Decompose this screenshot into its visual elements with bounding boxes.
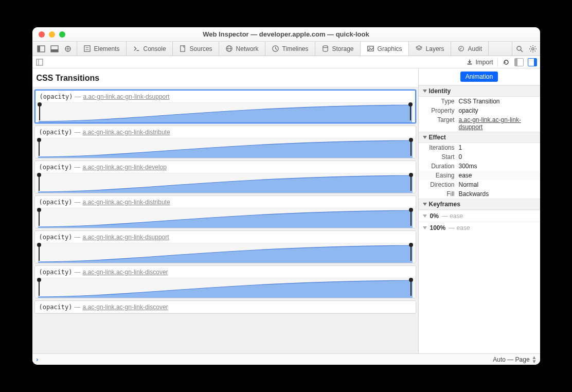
transition-target-link[interactable]: a.ac-gn-link.ac-gn-link-discover	[83, 304, 168, 311]
tab-label: Timelines	[282, 45, 309, 52]
console-footer: › Auto — Page ▲▼	[32, 353, 540, 365]
tab-label: Console	[144, 45, 166, 52]
tab-console[interactable]: Console	[127, 42, 173, 56]
end-marker-icon[interactable]	[410, 210, 412, 226]
card-header: (opacity)—a.ac-gn-link.ac-gn-link-develo…	[35, 161, 416, 173]
network-icon	[225, 45, 233, 52]
end-marker-icon[interactable]	[410, 140, 412, 156]
effect-header[interactable]: Effect	[419, 132, 540, 143]
console-prompt-icon[interactable]: ›	[35, 355, 40, 363]
svg-line-29	[534, 50, 535, 51]
identity-header[interactable]: Identity	[419, 85, 540, 97]
import-button[interactable]: Import	[466, 59, 493, 66]
inspector-window: Web Inspector — developer.apple.com — qu…	[32, 27, 540, 365]
close-icon[interactable]	[39, 31, 45, 38]
transition-card[interactable]: (opacity)—a.ac-gn-link.ac-gn-link-discov…	[34, 265, 416, 298]
start-key: Start	[419, 153, 459, 161]
target-value[interactable]: a.ac-gn-link.ac-gn-link-dsupport	[459, 116, 540, 131]
transition-card[interactable]: (opacity)—a.ac-gn-link.ac-gn-link-dsuppo…	[34, 230, 416, 263]
graphics-subbar: Import	[32, 56, 540, 68]
import-label: Import	[475, 59, 493, 66]
animation-pill[interactable]: Animation	[460, 72, 498, 82]
start-marker-icon[interactable]	[39, 104, 40, 120]
card-header: (opacity)—a.ac-gn-link.ac-gn-link-dsuppo…	[35, 91, 415, 103]
reload-icon[interactable]	[502, 58, 510, 66]
dock-popout-icon[interactable]	[64, 45, 72, 53]
sidebar-tabs: Animation	[419, 68, 540, 85]
transition-target-link[interactable]: a.ac-gn-link.ac-gn-link-distribute	[83, 199, 170, 206]
transition-card[interactable]: (opacity)—a.ac-gn-link.ac-gn-link-distri…	[34, 126, 416, 158]
transition-property: (opacity)	[39, 129, 73, 136]
end-marker-icon[interactable]	[410, 175, 412, 191]
tab-label: Layers	[426, 45, 444, 52]
start-marker-icon[interactable]	[39, 245, 40, 261]
keyframe-row[interactable]: 100%— ease	[419, 222, 540, 234]
dock-bottom-icon[interactable]	[50, 45, 59, 53]
tab-elements[interactable]: Elements	[77, 42, 127, 56]
disclosure-icon	[423, 226, 427, 229]
svg-rect-7	[84, 46, 90, 51]
easing-value[interactable]: ease	[459, 172, 540, 179]
svg-rect-34	[468, 63, 472, 64]
tab-label: Audit	[468, 45, 482, 52]
details-panel-left-icon[interactable]	[514, 58, 524, 66]
keyframe-percent: 0%	[430, 212, 439, 220]
keyframes-header[interactable]: Keyframes	[419, 199, 540, 210]
card-header: (opacity)—a.ac-gn-link.ac-gn-link-discov…	[35, 266, 416, 278]
transition-property: (opacity)	[39, 269, 73, 276]
tab-audit[interactable]: Audit	[451, 42, 489, 56]
end-marker-icon[interactable]	[410, 280, 412, 296]
transition-property: (opacity)	[39, 234, 73, 241]
iterations-value: 1	[459, 144, 540, 151]
keyframe-percent: 100%	[430, 224, 446, 231]
end-marker-icon[interactable]	[410, 245, 412, 261]
tab-sources[interactable]: Sources	[173, 42, 219, 56]
zoom-icon[interactable]	[59, 31, 65, 38]
storage-icon	[321, 45, 329, 52]
svg-rect-3	[51, 49, 58, 52]
divider	[497, 58, 498, 66]
start-value: 0	[459, 153, 540, 161]
transition-property: (opacity)	[39, 164, 73, 171]
svg-point-16	[323, 46, 327, 48]
start-marker-icon[interactable]	[39, 280, 40, 296]
tab-graphics[interactable]: Graphics	[361, 42, 409, 56]
left-panel-toggle-icon[interactable]	[35, 58, 44, 66]
tab-storage[interactable]: Storage	[315, 42, 361, 56]
tab-timelines[interactable]: Timelines	[265, 42, 315, 56]
start-marker-icon[interactable]	[39, 175, 40, 191]
transition-target-link[interactable]: a.ac-gn-link.ac-gn-link-dsupport	[83, 93, 170, 100]
graphics-icon	[367, 45, 374, 52]
transition-target-link[interactable]: a.ac-gn-link.ac-gn-link-distribute	[83, 129, 170, 136]
svg-line-28	[530, 46, 531, 47]
console-scope-selector[interactable]: Auto — Page ▲▼	[493, 355, 537, 364]
dock-side-icon[interactable]	[37, 45, 45, 53]
start-marker-icon[interactable]	[39, 210, 40, 226]
transition-target-link[interactable]: a.ac-gn-link.ac-gn-link-dsupport	[83, 234, 169, 241]
direction-key: Direction	[419, 181, 459, 188]
tab-network[interactable]: Network	[219, 42, 265, 56]
card-header: (opacity)—a.ac-gn-link.ac-gn-link-discov…	[35, 301, 416, 313]
transition-target-link[interactable]: a.ac-gn-link.ac-gn-link-discover	[83, 269, 168, 276]
disclosure-icon	[423, 215, 427, 218]
minimize-icon[interactable]	[49, 31, 55, 38]
end-marker-icon[interactable]	[410, 104, 411, 120]
transition-card[interactable]: (opacity)—a.ac-gn-link.ac-gn-link-discov…	[34, 300, 416, 314]
type-value: CSS Transition	[459, 98, 540, 105]
keyframe-row[interactable]: 0%— ease	[419, 210, 540, 222]
search-icon[interactable]	[515, 45, 524, 53]
details-panel-right-icon[interactable]	[528, 58, 537, 66]
gear-icon[interactable]	[529, 45, 537, 53]
svg-line-22	[521, 50, 523, 52]
tab-label: Storage	[332, 45, 354, 52]
tab-label: Network	[236, 45, 259, 52]
transition-target-link[interactable]: a.ac-gn-link.ac-gn-link-develop	[83, 164, 167, 171]
easing-curve	[35, 173, 416, 193]
tab-layers[interactable]: Layers	[409, 42, 451, 56]
transition-card[interactable]: (opacity)—a.ac-gn-link.ac-gn-link-distri…	[34, 195, 416, 228]
easing-key: Easing	[419, 172, 459, 179]
transition-card[interactable]: (opacity)—a.ac-gn-link.ac-gn-link-dsuppo…	[34, 90, 416, 123]
transition-card[interactable]: (opacity)—a.ac-gn-link.ac-gn-link-develo…	[34, 161, 416, 193]
window-title: Web Inspector — developer.apple.com — qu…	[32, 30, 540, 38]
start-marker-icon[interactable]	[39, 140, 40, 156]
